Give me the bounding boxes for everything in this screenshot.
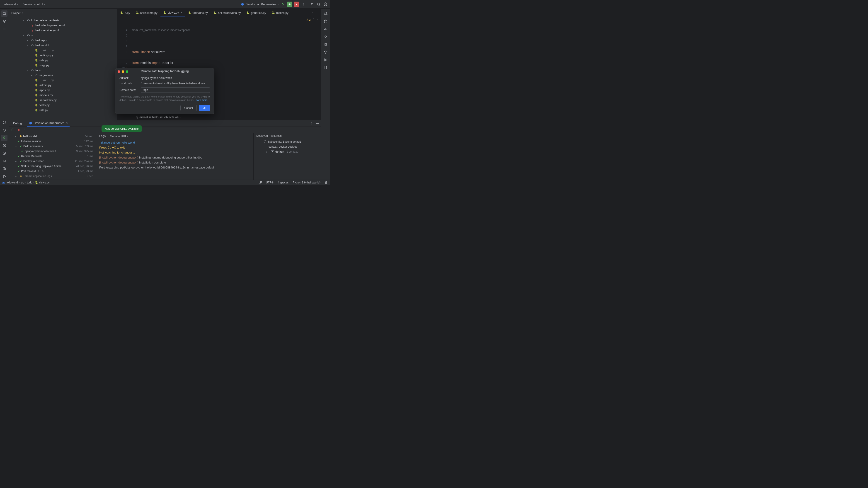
window-close-button[interactable] <box>118 70 120 73</box>
tree-file[interactable]: 🐍settings.py <box>9 53 117 58</box>
more-vertical-icon[interactable] <box>23 128 26 132</box>
debug-task-row[interactable]: ▾✱helloworld:52 sec <box>9 134 96 139</box>
breadcrumb[interactable]: ▣ helloworld› src› todo› 🐍 views.py <box>2 181 50 184</box>
editor-tab[interactable]: 🐍todo/urls.py <box>185 9 211 17</box>
window-minimize-button[interactable] <box>122 70 124 73</box>
project-panel-header[interactable]: Project ▾ <box>9 9 117 17</box>
remote-path-input[interactable] <box>141 87 210 93</box>
tree-folder[interactable]: ▸🗀helloapp <box>9 38 117 42</box>
debug-button[interactable] <box>287 2 292 7</box>
tool-button-r2[interactable] <box>322 41 329 48</box>
tree-file[interactable]: 🐍urls.py <box>9 108 117 113</box>
debug-task-row[interactable]: ✔Status Checking Deployed Artifac41 sec,… <box>9 164 96 169</box>
tree-file[interactable]: !yhello.service.yaml <box>9 28 117 33</box>
crumb[interactable]: helloworld <box>6 181 18 184</box>
tab-close-button[interactable]: ✕ <box>66 121 68 124</box>
deployed-resource-row[interactable]: ▸★default (1 context) <box>256 149 319 154</box>
vcs-dropdown[interactable]: Version control ▾ <box>24 2 45 6</box>
more-actions-button[interactable] <box>301 2 306 7</box>
rerun-icon[interactable] <box>11 128 14 132</box>
sciview-button[interactable] <box>322 26 329 32</box>
tool-button-r3[interactable] <box>322 49 329 55</box>
line-separator-widget[interactable]: LF <box>258 181 262 184</box>
window-zoom-button[interactable] <box>126 70 128 73</box>
debug-tab-debug[interactable]: Debug <box>11 120 24 126</box>
tree-folder[interactable]: ▾🗀src <box>9 33 117 38</box>
tab-close-button[interactable]: ✕ <box>180 11 182 14</box>
tree-file[interactable]: 🐍admin.py <box>9 83 117 88</box>
debug-tab-develop[interactable]: Develop on Kubernetes ✕ <box>27 120 69 126</box>
terminal-button[interactable] <box>1 158 7 164</box>
settings-icon[interactable] <box>323 2 327 6</box>
notifications-button[interactable] <box>322 10 329 17</box>
run-config-dropdown[interactable]: Develop on Kubernetes ▾ <box>241 2 279 6</box>
project-tool-button[interactable] <box>1 10 7 17</box>
debug-task-row[interactable]: ✔Port forward URLs1 sec, 23 ms <box>9 169 96 174</box>
tool-button-r1[interactable] <box>322 34 329 40</box>
editor-tab[interactable]: 🐍mixins.py <box>269 9 291 17</box>
debug-task-row[interactable]: ▸✔Deploy to cluster41 sec, 224 ms <box>9 159 96 164</box>
log-output[interactable]: - django-python-hello-world Press Ctrl+C… <box>96 139 253 180</box>
tree-folder[interactable]: ▾🗀kubernetes-manifests <box>9 18 117 23</box>
crumb[interactable]: views.py <box>39 181 50 184</box>
inspections-widget[interactable]: ⚠ 2 <box>306 18 310 21</box>
database-button[interactable] <box>322 18 329 25</box>
toast-notification[interactable]: New service URLs available <box>101 125 142 132</box>
log-tab-service-urls[interactable]: Service URLs <box>110 135 128 138</box>
editor-tab[interactable]: 🐍generics.py <box>244 9 269 17</box>
debug-tool-button[interactable] <box>1 135 7 141</box>
tool-button-r4[interactable] <box>322 57 329 63</box>
tree-file[interactable]: 🐍__init__.py <box>9 78 117 83</box>
lock-icon[interactable] <box>324 181 328 184</box>
expand-button[interactable]: ⌄ <box>317 18 319 21</box>
tabs-dropdown-button[interactable]: ▾ <box>312 12 313 14</box>
encoding-widget[interactable]: UTF-8 <box>266 181 274 184</box>
project-tree[interactable]: ▾🗀kubernetes-manifests !yhello.deploymen… <box>9 17 117 120</box>
ok-button[interactable]: Ok <box>199 105 210 111</box>
more-vertical-icon[interactable] <box>315 11 319 15</box>
deployed-resource-row[interactable]: context: docker-desktop <box>256 144 319 149</box>
project-dropdown[interactable]: helloworld ▾ <box>3 2 18 6</box>
code-with-me-icon[interactable] <box>310 2 314 6</box>
services-button[interactable] <box>1 142 7 149</box>
problems-button[interactable] <box>1 166 7 172</box>
tree-file[interactable]: 🐍models.py <box>9 92 117 97</box>
debug-task-row[interactable]: ✔Initialize session142 ms <box>9 139 96 144</box>
deployed-resource-row[interactable]: kubeconfig: System default <box>256 139 319 144</box>
minimize-button[interactable]: — <box>316 121 319 125</box>
debug-tree[interactable]: ▾✱helloworld:52 sec ✔Initialize session1… <box>9 133 96 180</box>
editor-tab[interactable]: 🐍views.py✕ <box>160 9 185 17</box>
tool-button-r5[interactable] <box>322 64 329 71</box>
stop-button[interactable] <box>294 2 299 7</box>
log-tab-logs[interactable]: Logs <box>99 134 105 138</box>
interpreter-widget[interactable]: Python 3.9 (helloworld) <box>292 181 320 184</box>
tree-folder[interactable]: ▾🗀todo <box>9 67 117 73</box>
tree-file[interactable]: 🐍urls.py <box>9 58 117 63</box>
tool-button-1[interactable] <box>1 119 7 126</box>
debug-task-row[interactable]: ▾✔Build containers5 sec, 769 ms <box>9 144 96 149</box>
indent-widget[interactable]: 4 spaces <box>278 181 288 184</box>
editor-tab[interactable]: 🐍helloworld/urls.py <box>211 9 244 17</box>
stop-icon[interactable] <box>17 128 21 132</box>
debug-task-row[interactable]: ✔django-python-hello-world3 sec, 395 ms <box>9 149 96 154</box>
run-tool-button[interactable] <box>1 150 7 156</box>
editor-tab[interactable]: 🐍s.py <box>117 9 133 17</box>
tree-folder[interactable]: ▸🗀migrations <box>9 73 117 78</box>
search-icon[interactable] <box>317 2 320 6</box>
debug-task-row[interactable]: ✔Render Manifests1 ms <box>9 154 96 159</box>
more-tool-button[interactable] <box>1 26 7 32</box>
tree-file[interactable]: 🐍serializers.py <box>9 97 117 103</box>
tree-folder[interactable]: ▾🗀helloworld <box>9 42 117 48</box>
tree-file[interactable]: 🐍tests.py <box>9 103 117 108</box>
cancel-button[interactable]: Cancel <box>180 105 196 111</box>
python-packages-button[interactable] <box>1 127 7 133</box>
tree-file[interactable]: 🐍wsgi.py <box>9 63 117 67</box>
tree-file[interactable]: 🐍apps.py <box>9 88 117 92</box>
debug-task-row[interactable]: ▸✱Stream application logs2 sec <box>9 174 96 179</box>
crumb[interactable]: src <box>21 181 24 184</box>
structure-tool-button[interactable] <box>1 18 7 25</box>
tree-file[interactable]: 🐍__init__.py <box>9 48 117 53</box>
learn-more-link[interactable]: Learn more <box>194 98 207 102</box>
editor-tab[interactable]: 🐍serializers.py <box>133 9 160 17</box>
crumb[interactable]: todo <box>27 181 32 184</box>
